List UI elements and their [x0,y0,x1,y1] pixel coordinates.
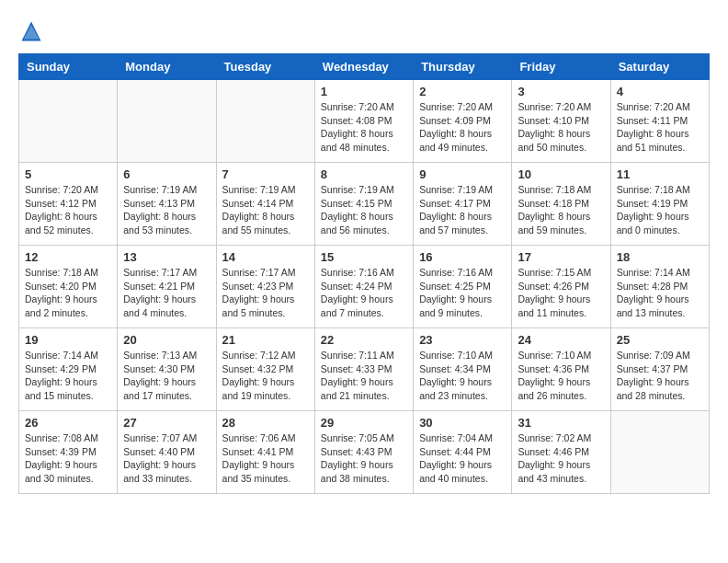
day-info: Sunrise: 7:18 AM Sunset: 4:18 PM Dayligh… [518,183,604,237]
day-of-week-header: Wednesday [314,54,413,80]
calendar-week-row: 12Sunrise: 7:18 AM Sunset: 4:20 PM Dayli… [19,246,710,328]
day-number: 1 [321,85,407,98]
day-number: 28 [222,416,309,430]
calendar-day-cell [118,80,216,163]
day-of-week-header: Tuesday [216,54,314,80]
day-info: Sunrise: 7:04 AM Sunset: 4:44 PM Dayligh… [419,431,506,486]
day-number: 3 [518,85,604,98]
calendar-week-row: 19Sunrise: 7:14 AM Sunset: 4:29 PM Dayli… [19,328,710,411]
day-number: 16 [419,250,506,264]
day-number: 14 [222,250,309,264]
calendar-day-cell: 4Sunrise: 7:20 AM Sunset: 4:11 PM Daylig… [610,80,709,163]
day-number: 11 [617,167,703,181]
day-info: Sunrise: 7:13 AM Sunset: 4:30 PM Dayligh… [123,349,210,403]
calendar-day-cell: 20Sunrise: 7:13 AM Sunset: 4:30 PM Dayli… [118,328,216,411]
calendar-day-cell: 10Sunrise: 7:18 AM Sunset: 4:18 PM Dayli… [512,163,610,246]
calendar-day-cell: 14Sunrise: 7:17 AM Sunset: 4:23 PM Dayli… [216,246,314,328]
day-info: Sunrise: 7:15 AM Sunset: 4:26 PM Dayligh… [518,266,604,320]
day-number: 24 [518,333,604,347]
calendar-day-cell: 18Sunrise: 7:14 AM Sunset: 4:28 PM Dayli… [610,246,709,328]
day-info: Sunrise: 7:02 AM Sunset: 4:46 PM Dayligh… [518,431,604,486]
day-info: Sunrise: 7:10 AM Sunset: 4:36 PM Dayligh… [518,349,604,403]
calendar-week-row: 26Sunrise: 7:08 AM Sunset: 4:39 PM Dayli… [19,411,710,494]
calendar-day-cell: 16Sunrise: 7:16 AM Sunset: 4:25 PM Dayli… [414,246,512,328]
calendar-day-cell: 15Sunrise: 7:16 AM Sunset: 4:24 PM Dayli… [314,246,413,328]
day-number: 23 [419,333,506,347]
day-number: 15 [321,250,407,264]
day-number: 20 [123,333,210,347]
calendar-day-cell: 3Sunrise: 7:20 AM Sunset: 4:10 PM Daylig… [512,80,610,163]
day-number: 9 [419,167,506,181]
day-info: Sunrise: 7:16 AM Sunset: 4:24 PM Dayligh… [321,266,407,320]
calendar-day-cell: 28Sunrise: 7:06 AM Sunset: 4:41 PM Dayli… [216,411,314,494]
day-info: Sunrise: 7:11 AM Sunset: 4:33 PM Dayligh… [321,349,407,403]
day-info: Sunrise: 7:18 AM Sunset: 4:20 PM Dayligh… [25,266,111,320]
day-info: Sunrise: 7:10 AM Sunset: 4:34 PM Dayligh… [419,349,506,403]
calendar-day-cell: 12Sunrise: 7:18 AM Sunset: 4:20 PM Dayli… [19,246,118,328]
calendar-day-cell: 7Sunrise: 7:19 AM Sunset: 4:14 PM Daylig… [216,163,314,246]
calendar-day-cell: 13Sunrise: 7:17 AM Sunset: 4:21 PM Dayli… [118,246,216,328]
calendar-day-cell: 1Sunrise: 7:20 AM Sunset: 4:08 PM Daylig… [314,80,413,163]
day-info: Sunrise: 7:17 AM Sunset: 4:23 PM Dayligh… [222,266,309,320]
day-number: 19 [25,333,111,347]
calendar-table: SundayMondayTuesdayWednesdayThursdayFrid… [18,53,710,494]
day-of-week-header: Monday [118,54,216,80]
calendar-day-cell: 24Sunrise: 7:10 AM Sunset: 4:36 PM Dayli… [512,328,610,411]
day-number: 17 [518,250,604,264]
day-number: 10 [518,167,604,181]
day-info: Sunrise: 7:05 AM Sunset: 4:43 PM Dayligh… [321,431,407,486]
day-info: Sunrise: 7:18 AM Sunset: 4:19 PM Dayligh… [617,183,703,237]
day-info: Sunrise: 7:07 AM Sunset: 4:40 PM Dayligh… [123,431,210,486]
calendar-day-cell: 30Sunrise: 7:04 AM Sunset: 4:44 PM Dayli… [414,411,512,494]
day-info: Sunrise: 7:12 AM Sunset: 4:32 PM Dayligh… [222,349,309,403]
calendar-day-cell: 2Sunrise: 7:20 AM Sunset: 4:09 PM Daylig… [414,80,512,163]
day-info: Sunrise: 7:19 AM Sunset: 4:14 PM Dayligh… [222,183,309,237]
day-info: Sunrise: 7:19 AM Sunset: 4:17 PM Dayligh… [419,183,506,237]
calendar-week-row: 1Sunrise: 7:20 AM Sunset: 4:08 PM Daylig… [19,80,710,163]
calendar-day-cell: 29Sunrise: 7:05 AM Sunset: 4:43 PM Dayli… [314,411,413,494]
calendar-day-cell: 9Sunrise: 7:19 AM Sunset: 4:17 PM Daylig… [414,163,512,246]
calendar-day-cell: 27Sunrise: 7:07 AM Sunset: 4:40 PM Dayli… [118,411,216,494]
day-info: Sunrise: 7:14 AM Sunset: 4:28 PM Dayligh… [617,266,703,320]
day-of-week-header: Friday [512,54,610,80]
day-of-week-header: Sunday [19,54,118,80]
calendar-day-cell: 6Sunrise: 7:19 AM Sunset: 4:13 PM Daylig… [118,163,216,246]
day-info: Sunrise: 7:20 AM Sunset: 4:08 PM Dayligh… [321,100,407,155]
day-number: 7 [222,167,309,181]
day-number: 13 [123,250,210,264]
svg-marker-1 [24,25,40,39]
calendar-week-row: 5Sunrise: 7:20 AM Sunset: 4:12 PM Daylig… [19,163,710,246]
day-of-week-header: Thursday [414,54,512,80]
day-info: Sunrise: 7:16 AM Sunset: 4:25 PM Dayligh… [419,266,506,320]
day-info: Sunrise: 7:20 AM Sunset: 4:09 PM Dayligh… [419,100,506,155]
day-info: Sunrise: 7:20 AM Sunset: 4:10 PM Dayligh… [518,100,604,155]
day-number: 30 [419,416,506,430]
calendar-day-cell: 5Sunrise: 7:20 AM Sunset: 4:12 PM Daylig… [19,163,118,246]
day-info: Sunrise: 7:19 AM Sunset: 4:15 PM Dayligh… [321,183,407,237]
calendar-day-cell: 19Sunrise: 7:14 AM Sunset: 4:29 PM Dayli… [19,328,118,411]
day-number: 31 [518,416,604,430]
logo-icon [18,18,44,44]
page-header [18,18,710,44]
day-info: Sunrise: 7:20 AM Sunset: 4:12 PM Dayligh… [25,183,111,237]
calendar-day-cell: 23Sunrise: 7:10 AM Sunset: 4:34 PM Dayli… [414,328,512,411]
calendar-day-cell: 11Sunrise: 7:18 AM Sunset: 4:19 PM Dayli… [610,163,709,246]
day-info: Sunrise: 7:19 AM Sunset: 4:13 PM Dayligh… [123,183,210,237]
day-info: Sunrise: 7:14 AM Sunset: 4:29 PM Dayligh… [25,349,111,403]
day-number: 18 [617,250,703,264]
calendar-day-cell: 22Sunrise: 7:11 AM Sunset: 4:33 PM Dayli… [314,328,413,411]
day-info: Sunrise: 7:20 AM Sunset: 4:11 PM Dayligh… [617,100,703,155]
day-number: 25 [617,333,703,347]
calendar-day-cell: 17Sunrise: 7:15 AM Sunset: 4:26 PM Dayli… [512,246,610,328]
day-number: 12 [25,250,111,264]
calendar-day-cell [610,411,709,494]
day-number: 8 [321,167,407,181]
day-of-week-header: Saturday [610,54,709,80]
logo [18,18,48,44]
day-info: Sunrise: 7:08 AM Sunset: 4:39 PM Dayligh… [25,431,111,486]
day-number: 27 [123,416,210,430]
calendar-day-cell: 25Sunrise: 7:09 AM Sunset: 4:37 PM Dayli… [610,328,709,411]
day-number: 26 [25,416,111,430]
day-number: 5 [25,167,111,181]
day-info: Sunrise: 7:09 AM Sunset: 4:37 PM Dayligh… [617,349,703,403]
